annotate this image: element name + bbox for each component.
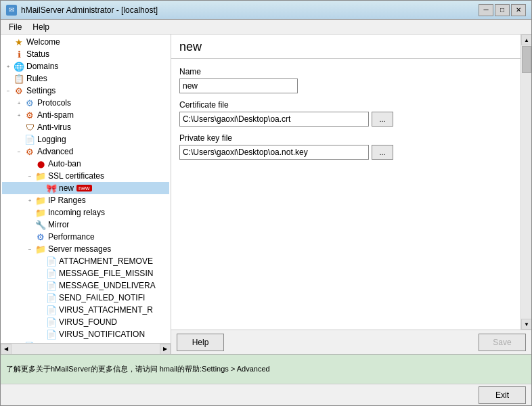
expand-ip-ranges[interactable]: + [25, 196, 35, 205]
sidebar-item-domains[interactable]: + 🌐 Domains [2, 60, 169, 72]
sidebar-item-autoban[interactable]: ⬤ Auto-ban [2, 158, 169, 170]
cert-file-input[interactable] [179, 112, 369, 127]
content-panel: new Name Certificate file [171, 35, 520, 330]
status-text: 了解更多关于hMailServer的更多信息，请访问 hmail的帮助:Sett… [6, 364, 270, 374]
no-expand-new [36, 183, 45, 193]
sidebar-item-logging[interactable]: 📄 Logging [2, 133, 169, 145]
sidebar-item-ip-ranges[interactable]: + 📁 IP Ranges [2, 194, 169, 206]
menu-help[interactable]: Help [27, 21, 55, 33]
sidebar-item-welcome[interactable]: ★ Welcome [2, 36, 169, 48]
sidebar-item-antivirus[interactable]: 🛡 Anti-virus [2, 121, 169, 133]
sidebar-item-virus-notification[interactable]: 📄 VIRUS_NOTIFICATION [2, 328, 169, 340]
sidebar-item-ssl-certs[interactable]: − 📁 SSL certificates [2, 170, 169, 182]
sidebar-item-mirror[interactable]: 🔧 Mirror [2, 219, 169, 231]
vscroll-down[interactable]: ▼ [521, 319, 531, 330]
hscroll-right[interactable]: ▶ [160, 344, 171, 355]
sidebar-item-message-file-missing[interactable]: 📄 MESSAGE_FILE_MISSIN [2, 267, 169, 279]
no-expand-vn [36, 330, 45, 339]
expand-server-msg[interactable]: − [25, 244, 35, 254]
private-key-input[interactable] [179, 145, 369, 160]
sidebar-item-antispam[interactable]: + ⚙ Anti-spam [2, 109, 169, 121]
ssl-certs-icon: 📁 [35, 171, 46, 181]
new-label: new [59, 183, 74, 193]
maximize-button[interactable]: □ [495, 4, 510, 16]
no-expand-logging [14, 135, 24, 144]
welcome-icon: ★ [14, 37, 24, 47]
no-expand-mu [36, 281, 45, 290]
name-label: Name [179, 67, 512, 76]
sidebar-item-message-undeliverable[interactable]: 📄 MESSAGE_UNDELIVERA [2, 279, 169, 292]
sidebar-item-incoming-relays[interactable]: 📁 Incoming relays [2, 206, 169, 219]
cert-file-input-row: ... [179, 112, 512, 127]
help-button[interactable]: Help [177, 334, 224, 351]
cert-file-label: Certificate file [179, 100, 512, 110]
tree-view: ★ Welcome ℹ Status + 🌐 Domains [1, 35, 171, 343]
minimize-button[interactable]: ─ [479, 4, 493, 16]
autoban-label: Auto-ban [48, 159, 81, 168]
menu-bar: File Help [1, 20, 531, 35]
virus-attachment-icon: 📄 [46, 304, 57, 315]
expand-domains[interactable]: + [3, 62, 13, 71]
vscroll-track[interactable] [521, 45, 531, 319]
expand-advanced[interactable]: − [14, 147, 24, 156]
sidebar-item-advanced[interactable]: − ⚙ Advanced [2, 145, 169, 158]
antivirus-label: Anti-virus [37, 122, 71, 132]
settings-icon: ⚙ [14, 85, 24, 96]
cert-file-browse-button[interactable]: ... [372, 112, 393, 127]
name-form-row: Name [179, 67, 512, 93]
private-key-input-row: ... [179, 145, 512, 160]
close-button[interactable]: ✕ [511, 4, 526, 16]
expand-settings[interactable]: − [3, 86, 13, 95]
sidebar: ★ Welcome ℹ Status + 🌐 Domains [1, 35, 171, 354]
sidebar-item-rules[interactable]: 📋 Rules [2, 72, 169, 85]
sidebar-item-status[interactable]: ℹ Status [2, 48, 169, 60]
domains-icon: 🌐 [14, 61, 24, 72]
sidebar-item-server-messages[interactable]: − 📁 Server messages [2, 243, 169, 255]
exit-button[interactable]: Exit [479, 386, 526, 404]
ssl-certs-label: SSL certificates [48, 171, 104, 181]
expand-antispam[interactable]: + [14, 110, 24, 120]
no-expand-status [3, 49, 13, 59]
status-icon: ℹ [14, 49, 24, 60]
ip-ranges-label: IP Ranges [48, 196, 86, 205]
name-input[interactable] [179, 78, 298, 93]
private-key-label: Private key file [179, 133, 512, 143]
sidebar-item-send-failed[interactable]: 📄 SEND_FAILED_NOTIFI [2, 292, 169, 304]
sidebar-item-performance[interactable]: ⚙ Performance [2, 231, 169, 243]
sidebar-item-virus-found[interactable]: 📄 VIRUS_FOUND [2, 316, 169, 328]
content-title: new [171, 35, 520, 59]
antispam-label: Anti-spam [37, 110, 74, 120]
attachment-removed-icon: 📄 [46, 256, 57, 267]
title-bar-left: ✉ hMailServer Administrator - [localhost… [6, 5, 158, 16]
virus-attachment-label: VIRUS_ATTACHMENT_R [59, 305, 153, 315]
expand-protocols[interactable]: + [14, 98, 24, 108]
protocols-label: Protocols [37, 98, 71, 108]
no-expand-rules [3, 74, 13, 83]
sidebar-item-settings[interactable]: − ⚙ Settings [2, 85, 169, 97]
sidebar-item-protocols[interactable]: + ⚙ Protocols [2, 97, 169, 109]
no-expand-antivirus [14, 122, 24, 132]
virus-notification-label: VIRUS_NOTIFICATION [59, 330, 145, 339]
no-expand-va [36, 305, 45, 315]
private-key-browse-button[interactable]: ... [372, 145, 393, 160]
menu-file[interactable]: File [3, 21, 27, 33]
bottom-bar: Help Save [171, 330, 531, 354]
sidebar-item-virus-attachment[interactable]: 📄 VIRUS_ATTACHMENT_R [2, 304, 169, 316]
sidebar-item-new[interactable]: 🎀 new new [2, 182, 169, 194]
content-vscrollbar: ▲ ▼ [520, 35, 531, 330]
save-button[interactable]: Save [479, 334, 526, 351]
expand-ssl-certs[interactable]: − [25, 171, 35, 181]
new-badge: new [76, 185, 92, 191]
name-input-row [179, 78, 512, 93]
vscroll-up[interactable]: ▲ [521, 35, 531, 45]
hscroll-track[interactable] [12, 344, 160, 355]
sidebar-item-attachment-removed[interactable]: 📄 ATTACHMENT_REMOVE [2, 255, 169, 267]
advanced-label: Advanced [37, 147, 73, 156]
mirror-icon: 🔧 [35, 219, 46, 230]
sidebar-hscrollbar: ◀ ▶ [1, 343, 171, 354]
message-file-missing-label: MESSAGE_FILE_MISSIN [59, 269, 153, 278]
hscroll-left[interactable]: ◀ [1, 344, 12, 355]
vscroll-thumb[interactable] [522, 46, 531, 73]
title-bar: ✉ hMailServer Administrator - [localhost… [1, 1, 531, 20]
message-file-missing-icon: 📄 [46, 268, 57, 279]
